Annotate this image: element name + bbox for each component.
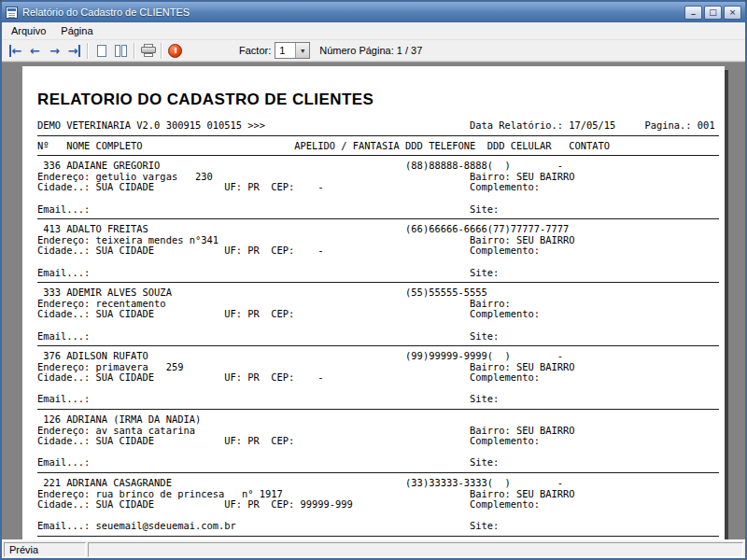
- dropdown-arrow-icon: ▼: [295, 43, 309, 58]
- record-separator: [37, 472, 719, 473]
- record-text: 126 ADRIANA (IRMA DA NADIA) Endereço: av…: [37, 414, 719, 469]
- report-subtitle: DEMO VETERINARIA V2.0 300915 010515 >>>: [37, 120, 470, 132]
- next-page-button[interactable]: →: [45, 41, 64, 60]
- previous-page-icon: ←: [30, 45, 40, 57]
- header-separator: [37, 135, 719, 136]
- factor-value: 1: [275, 43, 295, 58]
- first-page-button[interactable]: ←: [6, 41, 25, 60]
- title-bar[interactable]: Relatório do Cadastro de CLIENTES _ □ ×: [2, 2, 745, 22]
- app-icon: [6, 7, 18, 19]
- close-icon: ×: [729, 7, 737, 17]
- toolbar: ← ← → → Factor: 1 ▼ Número Página: 1 / 3…: [2, 40, 745, 62]
- single-page-icon: [97, 45, 106, 57]
- report-record: 126 ADRIANA (IRMA DA NADIA) Endereço: av…: [37, 414, 719, 473]
- record-text: 336 ADAIANE GREGORIO (88)88888-8888( ) -…: [37, 161, 719, 215]
- previous-page-button[interactable]: ←: [25, 41, 45, 60]
- report-preview-area: RELATORIO DO CADASTRO DE CLIENTES DEMO V…: [2, 62, 745, 539]
- menu-arquivo[interactable]: Arquivo: [4, 23, 53, 38]
- factor-select[interactable]: 1 ▼: [275, 42, 310, 59]
- report-page: RELATORIO DO CADASTRO DE CLIENTES DEMO V…: [22, 66, 725, 539]
- toolbar-separator: [134, 43, 135, 59]
- toolbar-separator: [161, 43, 162, 59]
- print-button[interactable]: [138, 41, 158, 60]
- report-record: 336 ADAIANE GREGORIO (88)88888-8888( ) -…: [37, 161, 719, 219]
- status-bar: Prévia: [2, 539, 745, 558]
- last-page-button[interactable]: →: [64, 41, 84, 60]
- minimize-button[interactable]: _: [684, 6, 702, 20]
- exit-icon: [168, 44, 182, 58]
- last-page-icon: →: [68, 45, 81, 57]
- record-text: 413 ADALTO FREITAS (66)66666-6666(77)777…: [37, 224, 719, 278]
- window-title: Relatório do Cadastro de CLIENTES: [22, 7, 680, 18]
- minimize-icon: _: [691, 6, 696, 15]
- maximize-button[interactable]: □: [704, 6, 722, 20]
- record-separator: [37, 536, 719, 537]
- record-separator: [37, 345, 719, 346]
- report-columns-header: Nº NOME COMPLETO APELIDO / FANTASIA DDD …: [37, 141, 719, 152]
- print-icon: [141, 44, 156, 57]
- window-controls: _ □ ×: [684, 6, 741, 20]
- two-page-view-button[interactable]: [111, 41, 131, 60]
- record-text: 221 ADRIANA CASAGRANDE (33)33333-3333( )…: [37, 478, 719, 532]
- app-window: Relatório do Cadastro de CLIENTES _ □ × …: [0, 0, 747, 560]
- close-button[interactable]: ×: [724, 6, 741, 20]
- exit-button[interactable]: [165, 41, 185, 60]
- next-page-icon: →: [49, 45, 60, 57]
- columns-separator: [37, 155, 719, 156]
- report-record: 221 ADRIANA CASAGRANDE (33)33333-3333( )…: [37, 478, 719, 537]
- record-text: 333 ADEMIR ALVES SOUZA (55)55555-5555 En…: [37, 287, 719, 342]
- maximize-icon: □: [709, 7, 717, 17]
- record-text: 376 ADILSON RUFATO (99)99999-9999( ) - E…: [37, 351, 719, 405]
- two-page-icon: [115, 45, 127, 57]
- record-separator: [37, 409, 719, 410]
- factor-label: Factor:: [239, 45, 271, 56]
- first-page-icon: ←: [9, 45, 22, 57]
- report-date: Data Relatório.: 17/05/15: [470, 120, 645, 132]
- report-records: 336 ADAIANE GREGORIO (88)88888-8888( ) -…: [37, 161, 719, 539]
- report-title: RELATORIO DO CADASTRO DE CLIENTES: [37, 91, 719, 109]
- report-page-number: Pagina.: 001: [645, 119, 715, 131]
- menu-pagina[interactable]: Página: [53, 23, 100, 38]
- report-record: 413 ADALTO FREITAS (66)66666-6666(77)777…: [37, 224, 719, 283]
- record-separator: [37, 218, 719, 219]
- single-page-view-button[interactable]: [92, 41, 111, 60]
- toolbar-separator: [87, 43, 89, 59]
- record-separator: [37, 282, 719, 283]
- report-record: 333 ADEMIR ALVES SOUZA (55)55555-5555 En…: [37, 287, 719, 346]
- status-panel-preview: Prévia: [4, 542, 86, 557]
- status-text: Prévia: [9, 544, 38, 555]
- page-number-info: Número Página: 1 / 37: [319, 45, 422, 56]
- report-header-line: DEMO VETERINARIA V2.0 300915 010515 >>>D…: [37, 120, 719, 132]
- report-record: 376 ADILSON RUFATO (99)99999-9999( ) - E…: [37, 351, 719, 410]
- menu-bar: Arquivo Página: [2, 22, 745, 40]
- status-panel-empty: [88, 542, 743, 557]
